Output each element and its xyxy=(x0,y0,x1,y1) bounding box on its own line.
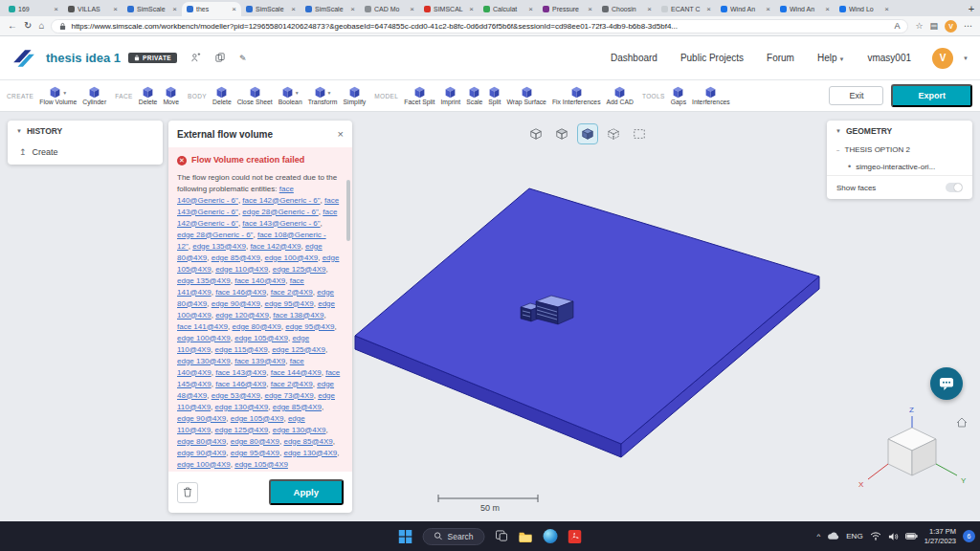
tab-close-icon[interactable]: × xyxy=(232,5,236,13)
history-panel-header[interactable]: ▼ HISTORY xyxy=(8,121,163,142)
tab-close-icon[interactable]: × xyxy=(54,5,58,13)
tab-close-icon[interactable]: × xyxy=(469,5,474,13)
shaded-view-icon[interactable] xyxy=(552,124,571,143)
toolbar-button-boolean[interactable]: ▼Boolean xyxy=(276,85,305,106)
new-tab-button[interactable]: + xyxy=(963,2,980,16)
edit-icon[interactable]: ✎ xyxy=(239,54,247,63)
user-avatar[interactable]: V xyxy=(932,48,953,69)
entity-link[interactable]: edge 85@4X9 xyxy=(273,403,322,411)
tab-close-icon[interactable]: × xyxy=(647,5,652,13)
geometry-tree-item[interactable]: • simgeo-interactive-ori... xyxy=(827,158,972,175)
entity-link[interactable]: edge 135@4X9 xyxy=(192,242,246,251)
solid-view-icon[interactable] xyxy=(578,124,597,143)
show-faces-toggle[interactable] xyxy=(946,183,963,192)
browser-tab-ecant-c[interactable]: ECANT C× xyxy=(657,2,716,16)
entity-link[interactable]: face 146@4X9 xyxy=(215,288,266,297)
entity-link[interactable]: face 139@4X9 xyxy=(234,357,285,365)
entity-link[interactable]: face 144@4X9 xyxy=(271,368,322,377)
entity-link[interactable]: face 142@Generic - 6" xyxy=(242,196,320,205)
collapse-icon[interactable]: − xyxy=(836,147,840,153)
volume-icon[interactable] xyxy=(888,532,899,541)
toolbar-button-add-cad[interactable]: Add CAD xyxy=(604,85,636,106)
toolbar-button-delete[interactable]: Delete xyxy=(136,85,161,106)
chevron-down-icon[interactable]: ▼ xyxy=(963,55,969,61)
entity-link[interactable]: edge 85@4X9 xyxy=(283,437,332,446)
entity-link[interactable]: edge 85@4X9 xyxy=(212,253,260,262)
entity-link[interactable]: edge 130@4X9 xyxy=(273,426,326,434)
toolbar-button-fix-interferences[interactable]: Fix Interferences xyxy=(549,85,604,106)
browser-tab-calculat[interactable]: Calculat× xyxy=(479,2,538,16)
taskbar-clock[interactable]: 1:37 PM 1/27/2023 xyxy=(924,527,956,545)
toolbar-button-move[interactable]: Move xyxy=(160,85,182,106)
tab-close-icon[interactable]: × xyxy=(172,5,177,13)
close-icon[interactable]: × xyxy=(338,128,344,140)
export-button[interactable]: Export xyxy=(891,84,972,107)
toolbar-button-imprint[interactable]: Imprint xyxy=(437,85,463,106)
entity-link[interactable]: edge 130@4X9 xyxy=(215,403,269,411)
geometry-panel-header[interactable]: ▼ GEOMETRY xyxy=(827,121,972,142)
entity-link[interactable]: edge 130@4X9 xyxy=(177,357,231,365)
browser-tab-thes[interactable]: thes× xyxy=(182,2,241,16)
entity-link[interactable]: edge 135@4X9 xyxy=(177,276,231,285)
tab-close-icon[interactable]: × xyxy=(113,5,118,13)
url-field[interactable]: https://www.simscale.com/workbench/model… xyxy=(51,19,908,33)
back-icon[interactable]: ← xyxy=(8,21,17,31)
dialog-scrollbar[interactable] xyxy=(346,180,350,241)
entity-link[interactable]: edge 100@4X9 xyxy=(264,253,318,262)
entity-link[interactable]: face 142@4X9 xyxy=(250,242,301,251)
browser-tab-villas[interactable]: VILLAS× xyxy=(63,2,122,16)
tab-close-icon[interactable]: × xyxy=(766,5,770,13)
entity-link[interactable]: edge 28@Generic - 6" xyxy=(242,208,318,216)
toolbar-button-delete[interactable]: Delete xyxy=(210,85,234,106)
entity-link[interactable]: edge 100@4X9 xyxy=(177,460,231,469)
nav-dashboard[interactable]: Dashboard xyxy=(611,53,657,63)
entity-link[interactable]: face 138@4X9 xyxy=(273,311,323,320)
tab-close-icon[interactable]: × xyxy=(588,5,592,13)
entity-link[interactable]: face 143@4X9 xyxy=(215,368,266,377)
isometric-view-icon[interactable] xyxy=(526,124,546,143)
toolbar-button-flow-volume[interactable]: ▼Flow Volume xyxy=(36,85,79,106)
entity-link[interactable]: edge 95@4X9 xyxy=(231,449,279,457)
error-message-panel[interactable]: ✕ Flow Volume creation failed The flow r… xyxy=(168,147,352,472)
entity-link[interactable]: edge 110@4X9 xyxy=(215,265,268,274)
entity-link[interactable]: edge 80@4X9 xyxy=(177,437,226,446)
toolbar-button-facet-split[interactable]: Facet Split xyxy=(401,85,437,106)
toolbar-button-transform[interactable]: ▼Transform xyxy=(305,85,341,106)
tab-close-icon[interactable]: × xyxy=(884,5,889,13)
home-icon[interactable]: ⌂ xyxy=(38,21,44,31)
tab-close-icon[interactable]: × xyxy=(706,5,711,13)
entity-link[interactable]: face 141@4X9 xyxy=(177,322,228,331)
entity-link[interactable]: edge 100@4X9 xyxy=(177,334,231,342)
toolbar-button-wrap-surface[interactable]: Wrap Surface xyxy=(503,85,548,106)
entity-link[interactable]: edge 95@4X9 xyxy=(264,299,313,308)
browser-tab-pressure[interactable]: Pressure× xyxy=(538,2,597,16)
browser-tab-cad-mo[interactable]: CAD Mo× xyxy=(360,2,419,16)
onedrive-icon[interactable] xyxy=(827,532,839,540)
browser-tab-wind-an[interactable]: Wind An× xyxy=(775,2,835,16)
viewport[interactable]: 50 m Z X Y xyxy=(0,112,980,521)
copy-icon[interactable] xyxy=(215,53,225,64)
browser-tab-wind-an[interactable]: Wind An× xyxy=(716,2,775,16)
tray-expand-icon[interactable]: ^ xyxy=(817,532,821,540)
taskbar-search[interactable]: Search xyxy=(423,528,485,545)
entity-link[interactable]: edge 80@4X9 xyxy=(233,322,281,331)
geometry-tree-item[interactable]: − THESIS OPTION 2 xyxy=(827,142,972,158)
entity-link[interactable]: edge 105@4X9 xyxy=(234,460,288,469)
toolbar-button-gaps[interactable]: Gaps xyxy=(668,85,689,106)
entity-link[interactable]: face 143@Generic - 6" xyxy=(242,219,320,228)
entity-link[interactable]: face 2@4X9 xyxy=(271,380,313,388)
delete-button[interactable] xyxy=(177,482,198,503)
share-icon[interactable] xyxy=(191,53,201,64)
browser-tab-choosin[interactable]: Choosin× xyxy=(597,2,657,16)
toolbar-button-scale[interactable]: Scale xyxy=(463,85,485,106)
entity-link[interactable]: edge 105@4X9 xyxy=(231,414,284,423)
entity-link[interactable]: edge 105@4X9 xyxy=(234,334,288,342)
battery-icon[interactable] xyxy=(905,533,918,540)
start-button[interactable] xyxy=(399,530,412,543)
task-view-icon[interactable] xyxy=(495,530,507,542)
entity-link[interactable]: face 2@4X9 xyxy=(271,288,313,297)
transparent-view-icon[interactable] xyxy=(604,124,623,143)
nav-help[interactable]: Help▼ xyxy=(817,53,845,63)
entity-link[interactable]: edge 28@Generic - 6" xyxy=(177,231,253,239)
entity-link[interactable]: edge 73@4X9 xyxy=(264,391,313,400)
